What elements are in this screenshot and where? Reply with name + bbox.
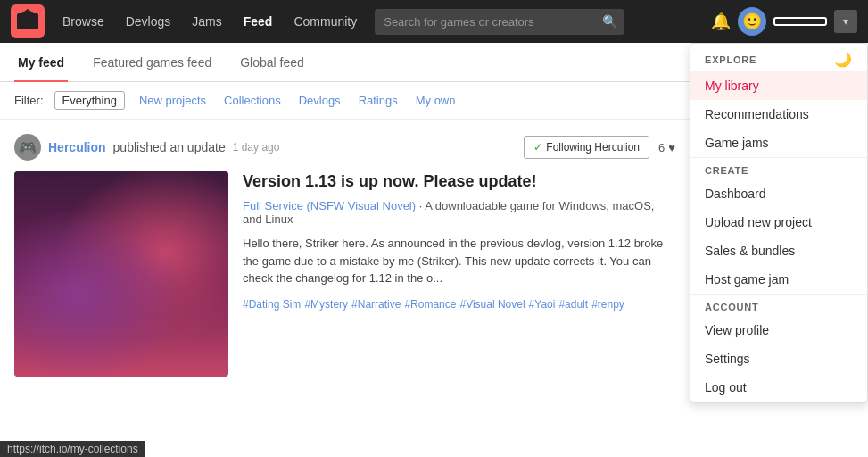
header-right: 🔔 🙂 ▾ (711, 7, 857, 36)
post-image-inner (14, 171, 228, 377)
dark-mode-icon[interactable]: 🌙 (834, 51, 853, 68)
like-area[interactable]: 6 ♥ (658, 141, 675, 154)
post-author[interactable]: Herculion (48, 140, 106, 154)
dropdown-my-library[interactable]: My library (690, 71, 867, 100)
post-author-avatar: 🎮 (14, 134, 41, 161)
tab-my-feed[interactable]: My feed (14, 45, 68, 82)
notifications-icon[interactable]: 🔔 (711, 12, 731, 31)
feed-area: 🎮 Herculion published an update 1 day ag… (0, 120, 690, 455)
nav-community[interactable]: Community (285, 9, 366, 34)
check-icon: ✓ (533, 141, 542, 154)
filter-label: Filter: (14, 94, 44, 107)
explore-section-header: EXPLORE 🌙 (690, 44, 867, 71)
dropdown-toggle[interactable]: ▾ (834, 10, 857, 33)
dropdown-sales[interactable]: Sales & bundles (690, 237, 867, 265)
dropdown-menu: EXPLORE 🌙 My library Recommendations Gam… (690, 43, 868, 403)
tab-featured[interactable]: Featured games feed (89, 45, 215, 82)
post-excerpt: Hello there, Striker here. As announced … (243, 235, 675, 287)
create-section-header: CREATE (690, 157, 867, 179)
nav-browse[interactable]: Browse (54, 9, 113, 34)
post-content: Version 1.13 is up now. Please update! F… (243, 171, 675, 377)
dropdown-dashboard[interactable]: Dashboard (690, 179, 867, 208)
tag-romance[interactable]: #Romance (404, 298, 456, 311)
tag-adult[interactable]: #adult (558, 298, 588, 311)
dropdown-settings[interactable]: Settings (690, 345, 867, 373)
dropdown-logout[interactable]: Log out (690, 373, 867, 402)
like-count: 6 (658, 141, 665, 154)
tag-renpy[interactable]: #renpy (591, 298, 624, 311)
tab-global[interactable]: Global feed (236, 45, 308, 82)
dropdown-game-jams[interactable]: Game jams (690, 129, 867, 157)
tag-mystery[interactable]: #Mystery (304, 298, 348, 311)
filter-ratings[interactable]: Ratings (355, 92, 401, 109)
status-bar: https://itch.io/my-collections (0, 441, 145, 457)
nav-feed[interactable]: Feed (235, 9, 282, 34)
post-action: published an update (113, 140, 226, 154)
search-input[interactable] (375, 9, 624, 35)
filter-devlogs[interactable]: Devlogs (295, 92, 344, 109)
dropdown-upload[interactable]: Upload new project (690, 208, 867, 237)
logo[interactable] (11, 4, 45, 38)
search-icon[interactable]: 🔍 (602, 14, 617, 29)
tag-yaoi[interactable]: #Yaoi (529, 298, 556, 311)
dropdown-view-profile[interactable]: View profile (690, 316, 867, 345)
post-image[interactable] (14, 171, 228, 377)
filter-new-projects[interactable]: New projects (136, 92, 210, 109)
account-section-header: ACCOUNT (690, 294, 867, 316)
tag-dating-sim[interactable]: #Dating Sim (243, 298, 301, 311)
nav-devlogs[interactable]: Devlogs (117, 9, 180, 34)
username-box[interactable] (773, 17, 827, 26)
header: Browse Devlogs Jams Feed Community 🔍 🔔 🙂… (0, 0, 868, 43)
filter-collections[interactable]: Collections (220, 92, 285, 109)
post-title: Version 1.13 is up now. Please update! (243, 171, 675, 192)
follow-button[interactable]: ✓ Following Herculion (524, 136, 649, 159)
tag-visual-novel[interactable]: #Visual Novel (459, 298, 525, 311)
heart-icon: ♥ (668, 141, 675, 154)
nav-jams[interactable]: Jams (183, 9, 230, 34)
tag-narrative[interactable]: #Narrative (351, 298, 401, 311)
main-nav: Browse Devlogs Jams Feed Community (54, 9, 366, 34)
post-header: 🎮 Herculion published an update 1 day ag… (14, 134, 675, 161)
post-game-link[interactable]: Full Service (NSFW Visual Novel) (243, 199, 416, 212)
filter-my-own[interactable]: My own (412, 92, 459, 109)
post-meta: 🎮 Herculion published an update 1 day ag… (14, 134, 279, 161)
filter-everything[interactable]: Everything (54, 91, 125, 110)
post-platform: Full Service (NSFW Visual Novel) · A dow… (243, 199, 675, 226)
search-wrap: 🔍 (375, 9, 624, 35)
dropdown-host-jam[interactable]: Host game jam (690, 265, 867, 294)
post-tags: #Dating Sim #Mystery #Narrative #Romance… (243, 298, 675, 311)
dropdown-recommendations[interactable]: Recommendations (690, 100, 867, 129)
post-body: Version 1.13 is up now. Please update! F… (14, 171, 675, 377)
avatar[interactable]: 🙂 (738, 7, 766, 36)
post-time: 1 day ago (233, 141, 280, 154)
